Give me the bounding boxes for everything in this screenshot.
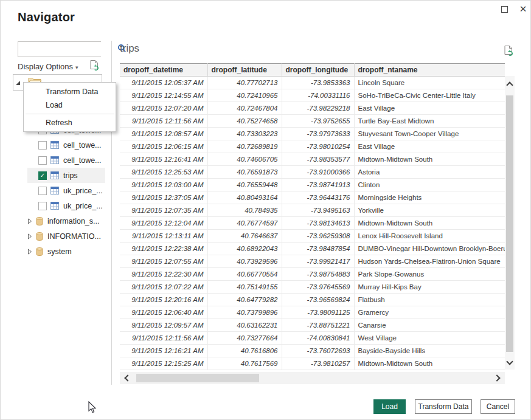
checkbox-unchecked[interactable]	[38, 156, 47, 165]
cell: East Village	[354, 102, 505, 115]
scroll-up-button[interactable]	[505, 80, 515, 91]
cell: 9/11/2015 12:07:35 AM	[120, 204, 207, 217]
cell: Hudson Yards-Chelsea-Flatiron-Union Squa…	[354, 255, 505, 268]
expand-arrow-icon[interactable]	[27, 249, 33, 255]
horizontal-scrollbar[interactable]	[120, 372, 505, 384]
search-box	[18, 41, 101, 57]
cell: East Village	[354, 140, 505, 153]
cell: 9/11/2015 12:09:57 AM	[120, 319, 207, 332]
tree-item-trips[interactable]: ✓trips	[27, 168, 105, 183]
cell: 40.72689819	[207, 140, 282, 153]
cell: 40.80493164	[207, 191, 282, 204]
cell: -73.96569824	[282, 294, 354, 306]
load-button[interactable]: Load	[373, 399, 406, 414]
scroll-down-button[interactable]	[505, 356, 515, 367]
cell: -73.98741913	[282, 179, 354, 191]
preview-table: dropoff_datetimedropoff_latitudedropoff_…	[120, 63, 505, 370]
column-header-dropoff_ntaname: dropoff_ntaname	[354, 64, 505, 77]
menu-item-load[interactable]: Load	[24, 98, 116, 112]
refresh-preview-icon[interactable]	[89, 60, 100, 72]
checkbox-unchecked[interactable]	[38, 141, 47, 150]
tree-item-label: cell_towe...	[63, 141, 102, 150]
cell: 9/11/2015 12:20:16 AM	[120, 294, 207, 306]
tree-expanded-icon	[15, 77, 21, 88]
tree-item-label: uk_price_...	[63, 202, 103, 210]
cell: Midtown-Midtown South	[354, 357, 505, 370]
cell: -74.00830841	[282, 332, 354, 345]
search-input[interactable]	[18, 42, 117, 57]
tree-item-label: uk_price_...	[63, 187, 103, 195]
cell: Clinton	[354, 179, 505, 191]
table-row: 9/11/2015 12:12:04 AM40.76774597-73.9813…	[120, 217, 505, 230]
vertical-scrollbar[interactable]	[505, 76, 515, 370]
table-row: 9/11/2015 12:08:57 AM40.73303223-73.9797…	[120, 128, 505, 140]
table-row: 9/11/2015 12:03:00 AM40.76559448-73.9874…	[120, 179, 505, 191]
chevron-up-icon	[506, 81, 513, 88]
cell: 40.72467804	[207, 102, 282, 115]
cell: Turtle Bay-East Midtown	[354, 115, 505, 128]
table-icon	[50, 187, 59, 195]
cell: 40.75149155	[207, 281, 282, 294]
scroll-left-button[interactable]	[122, 372, 133, 384]
cell: -73.9810257	[282, 357, 354, 370]
scroll-right-button[interactable]	[491, 372, 502, 384]
tree-item-uk-price[interactable]: uk_price_...	[27, 198, 105, 213]
chevron-down-icon: ▾	[75, 64, 78, 71]
cell: Midtown-Midtown South	[354, 217, 505, 230]
mouse-cursor	[88, 401, 97, 416]
navigator-dialog: Navigator ✕ Display Options▾ cell_towe..…	[0, 0, 531, 420]
tree-item-system[interactable]: system	[27, 244, 105, 259]
cell: Lincoln Square	[354, 77, 505, 89]
expand-arrow-icon[interactable]	[27, 233, 33, 239]
transform-data-button[interactable]: Transform Data	[415, 399, 472, 414]
checkbox-unchecked[interactable]	[38, 187, 47, 195]
navigation-tree: cell_towe...cell_towe...cell_towe...✓tri…	[27, 122, 105, 259]
cell: 40.7646637	[207, 230, 282, 243]
refresh-preview-icon[interactable]	[504, 45, 515, 57]
menu-separator	[26, 114, 114, 114]
cell: 40.76559448	[207, 179, 282, 191]
table-row: 9/11/2015 12:07:35 AM40.784935-73.949516…	[120, 204, 505, 217]
vertical-scrollbar-thumb[interactable]	[506, 95, 513, 352]
cell: 9/11/2015 12:13:11 AM	[120, 230, 207, 243]
checkbox-unchecked[interactable]	[38, 202, 47, 210]
display-options-dropdown[interactable]: Display Options▾	[18, 62, 78, 71]
cell: 40.68922043	[207, 243, 282, 255]
cell: 40.76591873	[207, 166, 282, 179]
chevron-right-icon	[493, 374, 500, 381]
expand-arrow-icon[interactable]	[27, 218, 33, 224]
cell: -73.91000366	[282, 166, 354, 179]
cell: 9/11/2015 12:25:53 AM	[120, 166, 207, 179]
tree-item-uk-price[interactable]: uk_price_...	[27, 183, 105, 198]
tree-item-label: information_s...	[47, 217, 99, 225]
close-button[interactable]: ✕	[517, 3, 529, 15]
cell: -73.97973633	[282, 128, 354, 140]
table-row: 9/11/2015 12:22:30 AM40.66770554-73.9875…	[120, 268, 505, 281]
cell: -73.96443176	[282, 191, 354, 204]
cell: Park Slope-Gowanus	[354, 268, 505, 281]
table-row: 9/11/2015 12:09:57 AM40.63162231-73.8875…	[120, 319, 505, 332]
horizontal-scrollbar-thumb[interactable]	[136, 374, 259, 382]
tree-item-label: cell_towe...	[63, 156, 102, 165]
checkbox-checked[interactable]: ✓	[38, 171, 47, 180]
cell: 40.74606705	[207, 153, 282, 166]
cell: 40.72410965	[207, 89, 282, 102]
cell: -73.9853363	[282, 77, 354, 89]
menu-item-transform-data[interactable]: Transform Data	[24, 85, 116, 98]
table-row: 9/11/2015 12:15:25 AM40.7617569-73.98102…	[120, 357, 505, 370]
cell: -73.76072693	[282, 345, 354, 357]
menu-item-refresh[interactable]: Refresh	[24, 116, 116, 129]
table-row: 9/11/2015 12:05:37 AM40.77702713-73.9853…	[120, 77, 505, 89]
cell: -74.00331116	[282, 89, 354, 102]
tree-item-cell-towe[interactable]: cell_towe...	[27, 153, 105, 168]
cell: Bayside-Bayside Hills	[354, 345, 505, 357]
cell: -73.99921417	[282, 255, 354, 268]
tree-item-information-s[interactable]: information_s...	[27, 213, 105, 229]
maximize-button[interactable]	[498, 3, 510, 15]
cell: 40.75274658	[207, 115, 282, 128]
tree-item-cell-towe[interactable]: cell_towe...	[27, 137, 105, 153]
cell: 40.76774597	[207, 217, 282, 230]
cancel-button[interactable]: Cancel	[481, 399, 515, 414]
tree-item-label: trips	[63, 171, 78, 180]
tree-item-informatio[interactable]: INFORMATIO...	[27, 229, 105, 244]
